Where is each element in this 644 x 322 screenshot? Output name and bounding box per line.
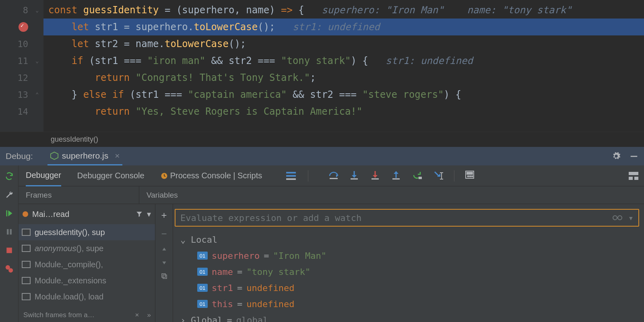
frames-hint[interactable]: Switch frames from a… × » bbox=[19, 308, 155, 322]
gutter-line[interactable]: 14 bbox=[0, 103, 43, 120]
code-token: = ( bbox=[159, 4, 182, 16]
svg-rect-2 bbox=[6, 211, 7, 217]
debug-tabs: Debugger Debugger Console Process Consol… bbox=[19, 165, 644, 186]
code-token: "Congrats! That's Tony Stark." bbox=[136, 72, 310, 83]
debug-toolwindow-header: Debug: superhero.js × bbox=[0, 147, 644, 165]
chevron-down-icon[interactable]: ▾ bbox=[628, 213, 634, 223]
add-watch-icon[interactable]: + bbox=[161, 210, 167, 221]
stack-frame[interactable]: Module._extensions bbox=[19, 272, 155, 289]
gutter-line[interactable]: 13⌃ bbox=[0, 86, 43, 103]
variable-name: this bbox=[212, 299, 233, 309]
gutter-line[interactable]: 9 bbox=[0, 19, 43, 35]
fold-open-icon[interactable]: ⌄ bbox=[35, 58, 42, 64]
fold-close-icon[interactable]: ⌃ bbox=[35, 91, 42, 98]
editor-code[interactable]: const guessIdentity = (superhero, name) … bbox=[43, 0, 644, 132]
resume-icon[interactable] bbox=[5, 209, 14, 218]
stop-icon[interactable] bbox=[5, 246, 14, 255]
code-line[interactable]: return "Yes, Steve Rogers is Captain Ame… bbox=[43, 103, 644, 120]
code-token bbox=[48, 106, 95, 117]
code-line[interactable]: return "Congrats! That's Tony Stark."; bbox=[43, 69, 644, 86]
variable-row[interactable]: 01 str1 = undefined bbox=[179, 280, 644, 296]
minimize-icon[interactable] bbox=[630, 152, 638, 161]
run-config-tab[interactable]: superhero.js × bbox=[47, 147, 122, 165]
code-token: } bbox=[48, 89, 83, 100]
stack-frame-label: Module.load(), load bbox=[35, 292, 103, 301]
code-token: toLowerCase bbox=[194, 21, 258, 33]
gutter-line[interactable]: 10 bbox=[0, 35, 43, 52]
variables-tree[interactable]: ⌄ Local 01 superhero = "Iron Man"01 name… bbox=[173, 231, 644, 322]
thread-selector[interactable]: Mai…read ▾ bbox=[19, 204, 155, 224]
watch-input[interactable]: Evaluate expression or add a watch ▾ bbox=[175, 209, 639, 227]
up-arrow-icon[interactable] bbox=[161, 247, 167, 252]
gutter-line[interactable]: 11⌄ bbox=[0, 52, 43, 69]
step-out-icon[interactable] bbox=[391, 170, 402, 180]
tab-debugger[interactable]: Debugger bbox=[26, 165, 61, 186]
step-into-icon[interactable] bbox=[349, 170, 360, 180]
gutter-line[interactable]: 8⌄ bbox=[0, 2, 43, 19]
panels-header: Frames Variables bbox=[19, 186, 644, 204]
tab-debugger-label: Debugger bbox=[26, 171, 61, 180]
editor-gutter[interactable]: 8⌄91011⌄1213⌃14 bbox=[0, 0, 43, 132]
scope-local[interactable]: ⌄ Local bbox=[179, 231, 644, 248]
copy-icon[interactable] bbox=[161, 272, 168, 280]
gutter-line[interactable]: 12 bbox=[0, 69, 43, 86]
tab-process-console[interactable]: Process Console | Scripts bbox=[161, 165, 262, 186]
scope-global[interactable]: › Global = global bbox=[179, 312, 644, 322]
chevron-down-icon[interactable]: ▾ bbox=[147, 209, 151, 219]
code-line[interactable]: const guessIdentity = (superhero, name) … bbox=[43, 2, 644, 19]
svg-marker-37 bbox=[162, 248, 166, 250]
frames-list[interactable]: guessIdentity(), supanonymous(), supeMod… bbox=[19, 224, 155, 308]
threads-icon[interactable] bbox=[286, 172, 296, 180]
evaluate-icon[interactable] bbox=[465, 170, 475, 180]
step-over-icon[interactable] bbox=[328, 170, 339, 180]
scope-global-label: Global bbox=[191, 315, 223, 322]
code-token: str1 bbox=[136, 89, 159, 100]
code-line[interactable]: if (str1 === "iron man" && str2 === "ton… bbox=[43, 52, 644, 69]
wrench-icon[interactable] bbox=[5, 190, 14, 199]
stack-frame[interactable]: Module.load(), load bbox=[19, 289, 155, 305]
expand-icon[interactable]: » bbox=[147, 311, 151, 319]
tab-debugger-console[interactable]: Debugger Console bbox=[77, 165, 144, 186]
code-token: ) { bbox=[444, 89, 461, 100]
code-line[interactable]: let str1 = superhero.toLowerCase(); str1… bbox=[43, 19, 644, 35]
run-to-cursor-icon[interactable] bbox=[433, 170, 444, 180]
variable-row[interactable]: 01 name = "tony stark" bbox=[179, 264, 644, 280]
stack-frame[interactable]: Module._compile(), bbox=[19, 256, 155, 272]
frame-icon bbox=[23, 278, 31, 283]
code-token: (); bbox=[258, 21, 293, 33]
fold-open-icon[interactable]: ⌄ bbox=[35, 7, 42, 13]
force-step-into-icon[interactable] bbox=[370, 170, 381, 180]
svg-rect-5 bbox=[10, 229, 12, 235]
rerun-icon[interactable] bbox=[5, 172, 14, 181]
close-icon[interactable]: × bbox=[135, 311, 139, 319]
breakpoint-icon[interactable] bbox=[19, 22, 28, 32]
close-icon[interactable]: × bbox=[115, 151, 120, 161]
variables-panel: Evaluate expression or add a watch ▾ ⌄ L… bbox=[173, 204, 644, 322]
pause-icon[interactable] bbox=[5, 227, 14, 236]
variable-row[interactable]: 01 this = undefined bbox=[179, 296, 644, 312]
stack-frame[interactable]: anonymous(), supe bbox=[19, 240, 155, 256]
breadcrumb[interactable]: guessIdentity() bbox=[0, 132, 644, 147]
gear-icon[interactable] bbox=[612, 152, 621, 161]
frames-hint-text: Switch frames from a… bbox=[23, 311, 95, 319]
code-line[interactable]: let str2 = name.toLowerCase(); bbox=[43, 35, 644, 52]
svg-marker-3 bbox=[8, 211, 12, 217]
variable-row[interactable]: 01 superhero = "Iron Man" bbox=[179, 248, 644, 264]
drop-frame-icon[interactable] bbox=[412, 170, 423, 180]
svg-rect-19 bbox=[372, 178, 379, 180]
scope-local-label: Local bbox=[191, 235, 217, 245]
code-editor[interactable]: 8⌄91011⌄1213⌃14 const guessIdentity = (s… bbox=[0, 0, 644, 132]
nodejs-icon bbox=[50, 151, 59, 160]
breakpoints-icon[interactable] bbox=[5, 264, 14, 273]
svg-rect-4 bbox=[7, 229, 9, 235]
code-line[interactable]: } else if (str1 === "captain america" &&… bbox=[43, 86, 644, 103]
code-token bbox=[48, 21, 72, 33]
glasses-icon[interactable] bbox=[612, 215, 623, 221]
down-arrow-icon[interactable] bbox=[161, 260, 167, 265]
stack-frame[interactable]: guessIdentity(), sup bbox=[19, 224, 155, 240]
layout-icon[interactable] bbox=[629, 172, 638, 180]
code-token: "Yes, Steve Rogers is Captain America!" bbox=[136, 106, 363, 117]
remove-watch-icon[interactable]: − bbox=[161, 228, 167, 239]
code-token: , bbox=[234, 4, 246, 16]
filter-icon[interactable] bbox=[136, 211, 143, 218]
